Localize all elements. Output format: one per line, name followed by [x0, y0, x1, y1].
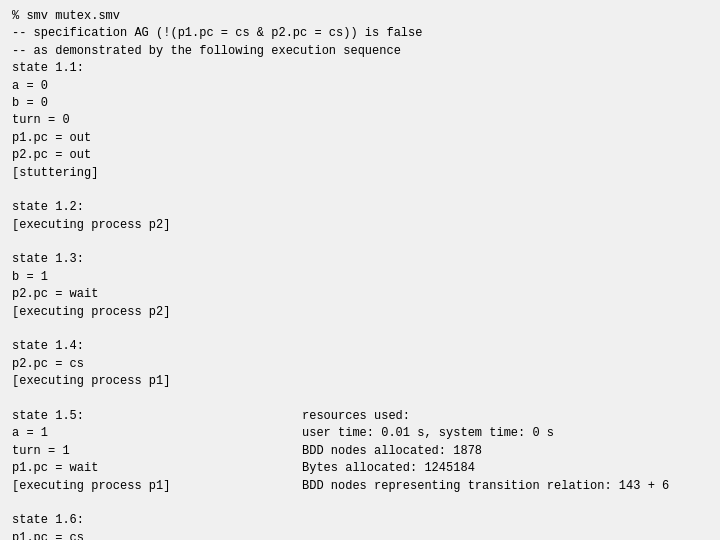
bdd-transition-line: BDD nodes representing transition relati… [302, 478, 669, 495]
state16-p1pc-line: p1.pc = cs [12, 530, 272, 540]
state11-header-line: state 1.1: [12, 60, 708, 77]
state11-p1pc-line: p1.pc = out [12, 130, 708, 147]
state11-turn-line: turn = 0 [12, 112, 708, 129]
blank-3 [12, 321, 708, 338]
state15-turn-line: turn = 1 [12, 443, 272, 460]
state15-left-col: state 1.5: a = 1 turn = 1 p1.pc = wait [… [12, 408, 272, 540]
state13-p2pc-line: p2.pc = wait [12, 286, 708, 303]
state13-b-line: b = 1 [12, 269, 708, 286]
blank-1 [12, 182, 708, 199]
state15-exec-line: [executing process p1] [12, 478, 272, 495]
state14-p2pc-line: p2.pc = cs [12, 356, 708, 373]
spec-comment-line: -- specification AG (!(p1.pc = cs & p2.p… [12, 25, 708, 42]
state11-b-line: b = 0 [12, 95, 708, 112]
user-time-line: user time: 0.01 s, system time: 0 s [302, 425, 669, 442]
state14-header-line: state 1.4: [12, 338, 708, 355]
state11-stutter-line: [stuttering] [12, 165, 708, 182]
state12-header-line: state 1.2: [12, 199, 708, 216]
state15-p1pc-line: p1.pc = wait [12, 460, 272, 477]
state14-exec-line: [executing process p1] [12, 373, 708, 390]
state13-header-line: state 1.3: [12, 251, 708, 268]
blank-4 [12, 391, 708, 408]
command-line: % smv mutex.smv [12, 8, 708, 25]
state15-a-line: a = 1 [12, 425, 272, 442]
state16-header-line: state 1.6: [12, 512, 272, 529]
bytes-line: Bytes allocated: 1245184 [302, 460, 669, 477]
state13-exec-line: [executing process p2] [12, 304, 708, 321]
bdd-nodes-line: BDD nodes allocated: 1878 [302, 443, 669, 460]
state11-p2pc-line: p2.pc = out [12, 147, 708, 164]
blank-2 [12, 234, 708, 251]
state11-a-line: a = 0 [12, 78, 708, 95]
terminal-window: % smv mutex.smv -- specification AG (!(p… [0, 0, 720, 540]
state15-resource-row: state 1.5: a = 1 turn = 1 p1.pc = wait [… [12, 408, 708, 540]
resources-col: resources used: user time: 0.01 s, syste… [272, 408, 669, 540]
state15-header-line: state 1.5: [12, 408, 272, 425]
demo-comment-line: -- as demonstrated by the following exec… [12, 43, 708, 60]
blank-5 [12, 495, 272, 512]
resources-header-line: resources used: [302, 408, 669, 425]
state12-exec-line: [executing process p2] [12, 217, 708, 234]
